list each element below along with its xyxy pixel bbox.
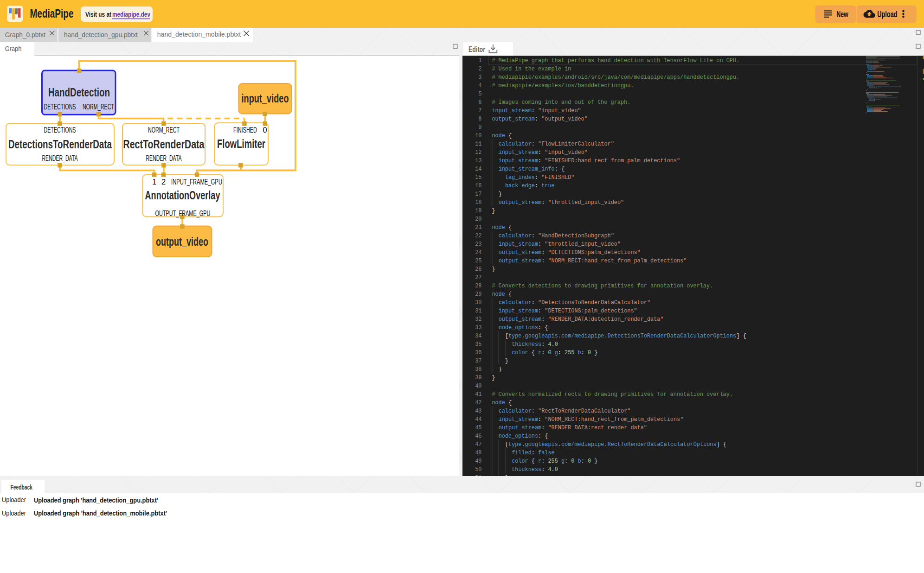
svg-text:2: 2 (161, 178, 166, 186)
svg-text:13: 13 (475, 158, 481, 164)
svg-text:DETECTIONS: DETECTIONS (44, 126, 76, 134)
svg-text:NORM_RECT: NORM_RECT (83, 102, 114, 111)
svg-text:50: 50 (475, 466, 481, 473)
svg-text:FlowLimiter: FlowLimiter (217, 137, 265, 151)
svg-text:22: 22 (475, 233, 481, 239)
svg-text:[type.googleapis.com/mediapipe: [type.googleapis.com/mediapipe.RectToRen… (505, 441, 726, 448)
svg-text:# Converts detections to drawi: # Converts detections to drawing primiti… (492, 283, 713, 289)
svg-text:AnnotationOverlay: AnnotationOverlay (145, 188, 220, 202)
svg-text:24: 24 (475, 249, 481, 256)
svg-text:6: 6 (478, 99, 481, 106)
svg-text:DETECTIONS: DETECTIONS (44, 102, 76, 111)
svg-text:# Images coming into and out o: # Images coming into and out of the grap… (492, 99, 630, 106)
svg-text:45: 45 (475, 425, 481, 431)
svg-text:37: 37 (475, 358, 481, 364)
svg-text:calculator:"FlowLimiterCalcula: calculator:"FlowLimiterCalculator" (499, 141, 614, 147)
svg-text:node{: node{ (492, 133, 512, 139)
svg-text:51: 51 (475, 475, 481, 481)
svg-text:Uploader: Uploader (2, 496, 26, 503)
svg-text:40: 40 (475, 383, 481, 389)
svg-text:14: 14 (475, 166, 481, 172)
svg-text:# mediapipie/examples/ios/hand: # mediapipie/examples/ios/handdetectiong… (492, 83, 634, 89)
svg-text:35: 35 (475, 341, 481, 348)
svg-text:18: 18 (475, 199, 481, 206)
svg-text:calculator:"HandDetectionSubgr: calculator:"HandDetectionSubgraph" (499, 233, 614, 239)
svg-text:27: 27 (475, 274, 481, 281)
svg-text:}: } (492, 266, 495, 273)
svg-text:29: 29 (475, 291, 481, 298)
svg-text:input_stream:"NORM_RECT:hand_r: input_stream:"NORM_RECT:hand_rect_from_p… (499, 416, 684, 423)
svg-text:28: 28 (475, 283, 481, 289)
svg-text:thickness:4.0: thickness:4.0 (512, 466, 558, 473)
svg-text:calculator:"RectToRenderDataCa: calculator:"RectToRenderDataCalculator" (499, 408, 631, 414)
svg-text:21: 21 (475, 224, 481, 231)
svg-text:INPUT_FRAME_GPU: INPUT_FRAME_GPU (171, 178, 222, 186)
svg-text:Editor: Editor (468, 45, 485, 53)
svg-text:}: } (505, 358, 508, 364)
svg-text:31: 31 (475, 308, 481, 314)
svg-text:12: 12 (475, 149, 481, 156)
svg-text:RENDER_DATA: RENDER_DATA (146, 154, 182, 163)
svg-text:42: 42 (475, 400, 481, 406)
svg-text:output_stream:"DETECTIONS:palm: output_stream:"DETECTIONS:palm_detection… (499, 249, 641, 256)
svg-text:}: } (492, 208, 495, 214)
svg-text:MediaPipe: MediaPipe (30, 6, 74, 20)
svg-text:36: 36 (475, 350, 481, 356)
svg-text:# Used in the example in: # Used in the example in (492, 66, 571, 72)
svg-text:25: 25 (475, 258, 481, 264)
svg-text:Upload: Upload (877, 10, 897, 19)
svg-text:4: 4 (478, 83, 481, 89)
svg-text:Uploaded graph 'hand_detection: Uploaded graph 'hand_detection_mobile.pb… (34, 509, 167, 517)
svg-text:hand_detection_mobile.pbtxt: hand_detection_mobile.pbtxt (157, 30, 241, 38)
svg-text:26: 26 (475, 266, 481, 273)
svg-text:Graph: Graph (5, 45, 22, 52)
svg-text:node{: node{ (492, 400, 512, 406)
svg-text:}: } (492, 375, 495, 381)
svg-text:2: 2 (478, 66, 481, 72)
svg-text:New: New (836, 10, 848, 19)
svg-text:output_stream:"throttled_input: output_stream:"throttled_input_video" (499, 199, 624, 206)
svg-text:30: 30 (475, 299, 481, 306)
svg-text:20: 20 (475, 216, 481, 223)
svg-text:Uploader: Uploader (2, 509, 26, 517)
svg-text:RectToRenderData: RectToRenderData (123, 137, 205, 151)
svg-text:0: 0 (263, 126, 267, 134)
svg-text:node_options:{: node_options:{ (499, 433, 548, 439)
svg-text:output_stream:"NORM_RECT:hand_: output_stream:"NORM_RECT:hand_rect_from_… (499, 258, 687, 264)
svg-text:16: 16 (475, 183, 481, 189)
svg-text:48: 48 (475, 450, 481, 456)
svg-text:8: 8 (478, 116, 481, 122)
svg-text:node_options:{: node_options:{ (499, 325, 548, 331)
svg-text:5: 5 (478, 91, 481, 97)
svg-text:}: } (505, 475, 508, 481)
svg-text:23: 23 (475, 241, 481, 248)
svg-text:43: 43 (475, 408, 481, 414)
svg-text:33: 33 (475, 325, 481, 331)
svg-text:NORM_RECT: NORM_RECT (148, 126, 180, 134)
svg-text:15: 15 (475, 174, 481, 181)
svg-text:back_edge:true: back_edge:true (505, 183, 555, 189)
svg-text:input_stream:"throttled_input_: input_stream:"throttled_input_video" (499, 241, 621, 248)
svg-text:# Converts normalized rects to: # Converts normalized rects to drawing p… (492, 391, 733, 398)
svg-text:OUTPUT_FRAME_GPU: OUTPUT_FRAME_GPU (155, 209, 211, 218)
svg-text:9: 9 (478, 124, 481, 131)
svg-text:46: 46 (475, 433, 481, 439)
svg-text:1: 1 (478, 57, 481, 64)
svg-text:node{: node{ (492, 224, 512, 231)
svg-text:34: 34 (475, 333, 481, 339)
svg-text:calculator:"DetectionsToRender: calculator:"DetectionsToRenderDataCalcul… (499, 299, 650, 306)
svg-text:input_video: input_video (242, 91, 289, 105)
svg-text:FINISHED: FINISHED (233, 126, 257, 134)
svg-text:10: 10 (475, 133, 481, 139)
svg-text:}: } (499, 366, 502, 373)
svg-text:output_stream:"RENDER_DATA:det: output_stream:"RENDER_DATA:detection_ren… (499, 316, 664, 323)
svg-text:input_stream:"FINISHED:hand_re: input_stream:"FINISHED:hand_rect_from_pa… (499, 158, 680, 164)
svg-text:1: 1 (152, 178, 156, 186)
svg-text:mediapipe.dev: mediapipe.dev (112, 10, 150, 18)
svg-text:47: 47 (475, 441, 481, 448)
svg-text:41: 41 (475, 391, 481, 398)
svg-text:Feedback: Feedback (11, 483, 33, 491)
svg-text:38: 38 (475, 366, 481, 373)
svg-text:input_stream:"DETECTIONS:palm_: input_stream:"DETECTIONS:palm_detections… (499, 308, 637, 314)
svg-text:# mediapipie/examples/android/: # mediapipie/examples/android/src/java/c… (492, 74, 739, 81)
